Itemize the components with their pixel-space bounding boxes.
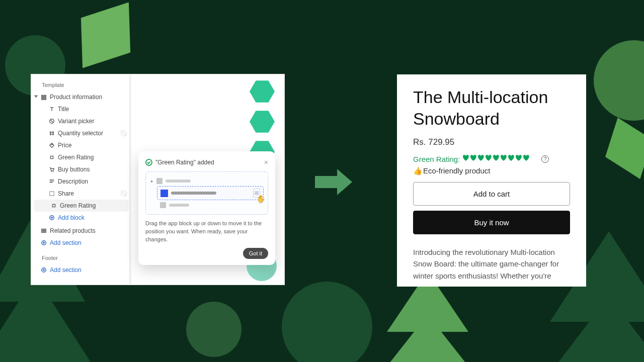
cursor-icon: ✋	[257, 195, 265, 203]
eco-label: Eco-friendly product	[423, 166, 490, 175]
check-icon	[145, 159, 152, 166]
section-head-template: Template	[32, 80, 131, 91]
sidebar-item-share[interactable]: Share	[32, 188, 131, 200]
hexagon-icon	[250, 109, 275, 134]
got-it-button[interactable]: Got it	[243, 248, 268, 259]
plus-icon	[41, 267, 47, 273]
hexagon-icon	[250, 79, 275, 104]
svg-rect-5	[50, 156, 53, 158]
heart-icon	[507, 154, 515, 162]
arrow-indicator	[315, 169, 352, 195]
svg-rect-13	[42, 231, 43, 233]
rating-label: Green Rating:	[413, 155, 460, 163]
cart-icon	[49, 166, 55, 172]
add-to-cart-button[interactable]: Add to cart	[413, 182, 570, 206]
sidebar-item-buy-buttons[interactable]: Buy buttons	[32, 163, 131, 175]
price-icon	[49, 142, 55, 148]
heart-icon	[530, 154, 537, 162]
info-icon[interactable]: ?	[541, 155, 549, 163]
svg-point-4	[51, 144, 52, 145]
sidebar-add-section-1[interactable]: Add section	[32, 237, 131, 249]
heart-icon	[469, 154, 477, 162]
heart-icon	[500, 154, 507, 162]
theme-editor-panel: Template Product information Title Varia…	[31, 74, 285, 285]
app-block-icon	[49, 154, 55, 160]
product-description: Introducing the revolutionary Multi-loca…	[413, 246, 570, 282]
svg-rect-8	[50, 192, 54, 196]
heart-icon	[485, 154, 492, 162]
sidebar-item-price[interactable]: Price	[32, 139, 131, 151]
heart-icon	[462, 154, 469, 162]
plus-icon	[41, 240, 47, 246]
section-icon	[41, 228, 47, 234]
popover-title: "Green Rating" added	[155, 159, 214, 166]
thumbs-up-icon: 👍	[413, 166, 421, 174]
hidden-icon	[121, 130, 127, 136]
sidebar-item-product-information[interactable]: Product information	[32, 91, 131, 103]
svg-rect-14	[44, 231, 46, 233]
editor-sidebar: Template Product information Title Varia…	[32, 75, 131, 284]
sidebar-add-block[interactable]: Add block	[32, 212, 131, 224]
sidebar-item-green-rating-2[interactable]: Green Rating	[34, 200, 129, 212]
chevron-down-icon	[34, 96, 38, 98]
product-price: Rs. 729.95	[413, 137, 570, 147]
section-icon	[41, 94, 47, 100]
sidebar-item-quantity[interactable]: Quantity selector	[32, 127, 131, 139]
sidebar-item-description[interactable]: Description	[32, 175, 131, 188]
heart-icon	[515, 154, 522, 162]
heart-icon	[477, 154, 485, 162]
hidden-icon	[121, 191, 127, 197]
description-icon	[49, 178, 55, 185]
drag-illustration: ▸ ✋	[145, 171, 268, 215]
app-block-icon	[51, 203, 57, 209]
sidebar-item-title[interactable]: Title	[32, 103, 131, 115]
hash-icon	[49, 130, 55, 136]
share-icon	[49, 191, 55, 197]
svg-point-7	[53, 171, 54, 172]
svg-rect-12	[44, 229, 46, 231]
heart-icon	[492, 154, 500, 162]
editor-preview-area: "Green Rating" added × ▸ ✋ Drag the app …	[131, 75, 284, 284]
svg-rect-1	[42, 97, 46, 98]
sidebar-item-related[interactable]: Related products	[32, 225, 131, 237]
product-card: The Multi-location Snowboard Rs. 729.95 …	[397, 74, 586, 287]
onboarding-popover: "Green Rating" added × ▸ ✋ Drag the app …	[138, 151, 275, 265]
svg-rect-11	[42, 229, 43, 231]
plus-icon	[49, 215, 55, 221]
popover-body: Drag the app block up or down to move it…	[145, 220, 268, 244]
section-head-footer: Footer	[32, 253, 131, 264]
variant-icon	[49, 118, 55, 124]
svg-rect-9	[52, 204, 55, 207]
rating-hearts	[462, 154, 537, 163]
sidebar-add-section-2[interactable]: Add section	[32, 264, 131, 276]
sidebar-item-green-rating-1[interactable]: Green Rating	[32, 151, 131, 163]
close-icon[interactable]: ×	[264, 158, 268, 166]
svg-point-6	[51, 171, 52, 172]
svg-rect-0	[42, 96, 46, 97]
buy-now-button[interactable]: Buy it now	[413, 211, 570, 234]
sidebar-item-variant-picker[interactable]: Variant picker	[32, 115, 131, 127]
heart-icon	[522, 154, 530, 162]
svg-rect-2	[42, 99, 46, 100]
product-title: The Multi-location Snowboard	[413, 86, 570, 129]
text-icon	[49, 106, 55, 112]
